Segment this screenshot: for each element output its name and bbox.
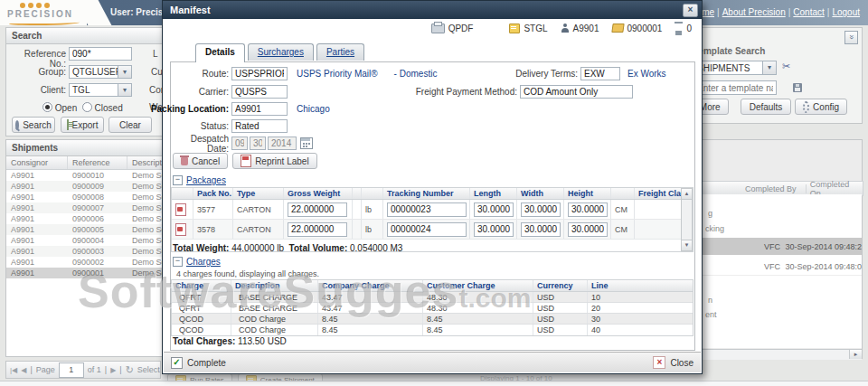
checkbox-checked-icon[interactable]: ✓	[171, 357, 183, 369]
notes-count-button[interactable]: 0	[675, 24, 692, 33]
col-line[interactable]: Line	[588, 280, 693, 291]
page-input[interactable]	[59, 362, 84, 378]
width-input[interactable]	[521, 202, 561, 217]
next-page-icon[interactable]: ▶	[110, 366, 116, 374]
despatch-year-input[interactable]	[268, 137, 297, 150]
status-input[interactable]	[231, 119, 288, 133]
tab-surcharges[interactable]: Surcharges	[248, 43, 314, 61]
reference-input[interactable]	[69, 47, 132, 61]
carrier-input[interactable]	[231, 85, 288, 99]
refresh-icon[interactable]: ↻	[126, 364, 134, 376]
qpdf-print-button[interactable]: QPDF	[431, 24, 474, 33]
clear-button[interactable]: Clear	[108, 117, 152, 133]
col-customer-charge[interactable]: Customer Charge	[423, 280, 533, 291]
tab-details[interactable]: Details	[195, 43, 245, 62]
select-all-link[interactable]: Select All	[137, 365, 161, 374]
reference-button[interactable]: 0900001	[612, 24, 663, 33]
cancel-button[interactable]: Cancel	[173, 153, 228, 169]
col-reference[interactable]: Reference	[68, 156, 127, 169]
first-page-icon[interactable]: |◀	[10, 366, 17, 374]
col-consignor[interactable]: Consignor	[6, 156, 68, 169]
chevron-down-icon[interactable]: ▾	[118, 66, 131, 78]
packages-section-title[interactable]: Packages	[186, 175, 226, 185]
scroll-down-icon[interactable]: ▼	[682, 240, 692, 250]
col-pack-no[interactable]: Pack No.	[193, 188, 233, 199]
col-length[interactable]: Length	[470, 188, 517, 199]
col-currency[interactable]: Currency	[533, 280, 588, 291]
modal-close-icon[interactable]: ×	[683, 4, 698, 17]
gross-weight-input[interactable]	[288, 222, 347, 237]
stgl-button[interactable]: STGL	[509, 24, 547, 33]
packages-scrollbar[interactable]: ▲ ▼	[681, 188, 693, 251]
despatch-month-input[interactable]	[231, 137, 248, 150]
delivery-terms-input[interactable]	[580, 67, 620, 80]
close-button[interactable]: × Close	[653, 356, 693, 369]
chevron-down-icon[interactable]: ▾	[118, 84, 131, 96]
gross-weight-input[interactable]	[288, 202, 347, 217]
despatch-day-input[interactable]	[250, 137, 266, 150]
modal-titlebar[interactable]: Manifest	[163, 1, 702, 19]
charges-section-title[interactable]: Charges	[186, 257, 221, 267]
group-select[interactable]: QTGLUSER▾	[69, 65, 132, 79]
scroll-up-icon[interactable]: ▲	[682, 189, 692, 200]
tab-parties[interactable]: Parties	[316, 43, 364, 61]
charge-row[interactable]: QFRT BASE CHARGE 43.47 48.30 USD 10	[172, 292, 693, 303]
nav-logout[interactable]: Logout	[832, 7, 860, 17]
prev-page-icon[interactable]: ◀	[21, 366, 26, 374]
packing-location-input[interactable]	[231, 102, 288, 116]
col-freight-class[interactable]: Freight Class	[635, 188, 682, 199]
more-button-label: More	[700, 102, 721, 112]
length-input[interactable]	[474, 202, 514, 217]
tracking-number-input[interactable]	[387, 202, 467, 217]
col-width[interactable]: Width	[517, 188, 564, 199]
length-input[interactable]	[474, 222, 514, 237]
col-type[interactable]: Type	[233, 188, 284, 199]
package-row[interactable]: 3578 CARTON lb CM	[172, 220, 693, 240]
radio-open[interactable]	[42, 102, 52, 112]
height-input[interactable]	[568, 222, 608, 237]
radio-closed[interactable]	[82, 102, 92, 112]
col-description[interactable]: Description	[231, 280, 318, 291]
nav-contact[interactable]: Contact	[793, 7, 824, 17]
template-select[interactable]: SHIPMENTS▾	[693, 61, 777, 75]
horizontal-scrollbar[interactable]: ▸	[684, 349, 862, 360]
tracking-number-input[interactable]	[387, 222, 467, 237]
collapse-packages-icon[interactable]: −	[173, 175, 183, 185]
template-name-input[interactable]	[693, 80, 777, 95]
height-input[interactable]	[568, 202, 608, 217]
workflow-row-selected[interactable]: VFC 30-Sep-2014 09:48:2	[684, 238, 862, 255]
collapse-charges-icon[interactable]: −	[173, 257, 183, 267]
charge-row[interactable]: QFRT BASE CHARGE 43.47 48.30 USD 20	[172, 303, 693, 314]
consignor-button[interactable]: A9901	[561, 24, 599, 33]
route-input[interactable]	[231, 67, 288, 80]
config-button[interactable]: Config	[795, 99, 847, 115]
collapse-panel-icon[interactable]: »	[844, 31, 858, 44]
package-row[interactable]: 3577 CARTON lb CM	[172, 200, 693, 220]
pdf-label-icon[interactable]	[175, 203, 186, 216]
export-button[interactable]: Export	[61, 117, 104, 133]
scissors-icon[interactable]: ✂	[782, 61, 790, 71]
col-tracking-number[interactable]: Tracking Number	[383, 188, 470, 199]
pdf-label-icon[interactable]	[175, 223, 186, 236]
save-icon[interactable]	[793, 83, 802, 92]
client-select[interactable]: TGL▾	[69, 83, 132, 97]
width-input[interactable]	[521, 222, 561, 237]
col-height[interactable]: Height	[564, 188, 611, 199]
col-gross-weight[interactable]: Gross Weight	[284, 188, 353, 199]
col-company-charge[interactable]: Company Charge	[318, 280, 423, 291]
complete-toggle[interactable]: ✓ Complete	[171, 357, 226, 369]
col-charge[interactable]: Charge	[172, 280, 231, 291]
charge-row[interactable]: QCOD COD Charge 8.45 8.45 USD 30	[172, 314, 693, 325]
calendar-icon[interactable]	[300, 137, 313, 149]
workflow-row[interactable]: VFC 30-Sep-2014 09:48:0	[684, 258, 862, 276]
reprint-label-button[interactable]: Reprint Label	[232, 153, 316, 169]
defaults-button[interactable]: Defaults	[741, 99, 791, 115]
search-button[interactable]: Search	[12, 117, 55, 133]
freight-payment-input[interactable]	[520, 85, 633, 99]
chevron-down-icon[interactable]: ▾	[762, 61, 776, 74]
scroll-right-icon[interactable]: ▸	[849, 350, 862, 359]
col-completed-by[interactable]: Completed By	[741, 184, 807, 193]
charge-row[interactable]: QCOD COD Charge 8.45 8.45 USD 40	[172, 325, 693, 335]
page-of-label: of 1	[88, 365, 101, 374]
nav-about[interactable]: About Precision	[722, 7, 786, 17]
